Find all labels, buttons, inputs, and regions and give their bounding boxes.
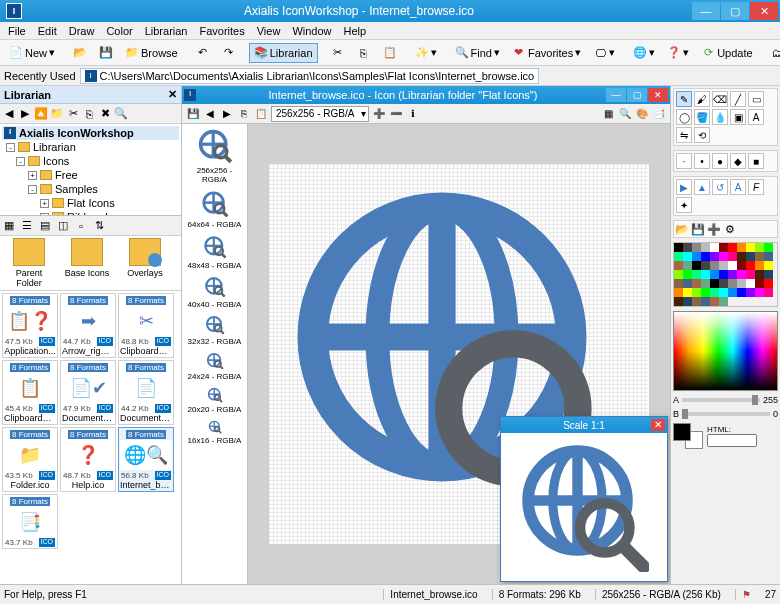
color-swatch[interactable] xyxy=(719,288,728,297)
color-swatch[interactable] xyxy=(719,243,728,252)
librarian-close-icon[interactable]: ✕ xyxy=(168,88,177,101)
doc-save-icon[interactable]: 💾 xyxy=(186,107,200,121)
size-item[interactable]: 32x32 - RGB/A xyxy=(184,315,245,346)
lib-search-icon[interactable]: 🔍 xyxy=(114,107,128,121)
doc-fwd-icon[interactable]: ▶ xyxy=(220,107,234,121)
minimize-button[interactable]: — xyxy=(692,2,720,20)
tree-root[interactable]: I Axialis IconWorkshop xyxy=(2,126,179,140)
color-swatch[interactable] xyxy=(710,279,719,288)
pal-open-icon[interactable]: 📂 xyxy=(675,222,689,236)
menu-favorites[interactable]: Favorites xyxy=(193,25,250,37)
color-swatch[interactable] xyxy=(701,288,710,297)
tree-expand-icon[interactable]: - xyxy=(28,185,37,194)
help-button[interactable]: ❓▾ xyxy=(662,43,694,63)
color-picker[interactable] xyxy=(673,311,778,391)
doc-paste-icon[interactable]: 📋 xyxy=(254,107,268,121)
size-item[interactable]: 16x16 - RGB/A xyxy=(184,420,245,445)
doc-add-icon[interactable]: ➕ xyxy=(372,107,386,121)
lib-up-icon[interactable]: 🔼 xyxy=(34,107,48,121)
color-swatch[interactable] xyxy=(728,252,737,261)
doc-info-icon[interactable]: ℹ xyxy=(406,107,420,121)
size-item[interactable]: 20x20 - RGB/A xyxy=(184,387,245,414)
menu-color[interactable]: Color xyxy=(100,25,138,37)
grid-item[interactable]: 8 Formats 📑 43.7 KbICO xyxy=(2,494,58,549)
color-swatch[interactable] xyxy=(710,252,719,261)
stock-button[interactable]: 🗂Stock Icons xyxy=(766,43,780,63)
tree-expand-icon[interactable]: + xyxy=(40,199,49,208)
color-swatch[interactable] xyxy=(701,297,710,306)
picker-tool[interactable]: 💧 xyxy=(712,109,728,125)
canvas-area[interactable]: Scale 1:1 ✕ xyxy=(248,124,670,584)
new-button[interactable]: 📄New ▾ xyxy=(4,43,60,63)
brush-size-5[interactable]: ■ xyxy=(748,153,764,169)
color-swatch[interactable] xyxy=(737,270,746,279)
color-swatch[interactable] xyxy=(737,288,746,297)
brush-size-2[interactable]: • xyxy=(694,153,710,169)
favorites-button[interactable]: ❤Favorites ▾ xyxy=(507,43,586,63)
color-swatch[interactable] xyxy=(719,261,728,270)
lib-cut-icon[interactable]: ✂ xyxy=(66,107,80,121)
color-swatch[interactable] xyxy=(674,243,683,252)
flip-tool[interactable]: ⇋ xyxy=(676,127,692,143)
eraser-tool[interactable]: ⌫ xyxy=(712,91,728,107)
color-swatch[interactable] xyxy=(764,279,773,288)
color-swatch[interactable] xyxy=(737,279,746,288)
tree-expand-icon[interactable]: - xyxy=(6,143,15,152)
color-swatch[interactable] xyxy=(674,270,683,279)
line-tool[interactable]: ╱ xyxy=(730,91,746,107)
color-swatch[interactable] xyxy=(746,252,755,261)
color-swatch[interactable] xyxy=(764,243,773,252)
color-swatch[interactable] xyxy=(728,270,737,279)
color-swatch[interactable] xyxy=(764,288,773,297)
color-swatch[interactable] xyxy=(692,270,701,279)
color-swatch[interactable] xyxy=(755,243,764,252)
display-button[interactable]: 🖵▾ xyxy=(588,43,620,63)
doc-back-icon[interactable]: ◀ xyxy=(203,107,217,121)
color-swatch[interactable] xyxy=(692,297,701,306)
shelf-parent[interactable]: Parent Folder xyxy=(2,238,56,288)
view-small-icon[interactable]: ▫ xyxy=(74,219,88,233)
grid-item[interactable]: 8 Formats ❓ 48.7 KbICO Help.ico xyxy=(60,427,116,492)
doc-layers-icon[interactable]: 📑 xyxy=(652,107,666,121)
color-swatch[interactable] xyxy=(719,297,728,306)
color-swatch[interactable] xyxy=(719,252,728,261)
grid-item[interactable]: 8 Formats 🌐🔍 56.8 KbICO Internet_bro... xyxy=(118,427,174,492)
color-swatch[interactable] xyxy=(701,261,710,270)
grid-item[interactable]: 8 Formats 📋❓ 47.5 KbICO Application... xyxy=(2,293,58,358)
lib-newfolder-icon[interactable]: 📁 xyxy=(50,107,64,121)
scale-close-button[interactable]: ✕ xyxy=(651,419,665,431)
color-swatch[interactable] xyxy=(719,279,728,288)
paste-button[interactable]: 📋 xyxy=(378,43,402,63)
save-button[interactable]: 💾 xyxy=(94,43,118,63)
color-swatch[interactable] xyxy=(728,243,737,252)
view-sort-icon[interactable]: ⇅ xyxy=(92,219,106,233)
color-swatch[interactable] xyxy=(683,243,692,252)
color-swatch[interactable] xyxy=(683,279,692,288)
shelf-overlays[interactable]: Overlays xyxy=(118,238,172,288)
menu-draw[interactable]: Draw xyxy=(63,25,101,37)
color-swatch[interactable] xyxy=(746,243,755,252)
maximize-button[interactable]: ▢ xyxy=(721,2,749,20)
color-swatch[interactable] xyxy=(683,261,692,270)
size-item[interactable]: 24x24 - RGB/A xyxy=(184,352,245,381)
doc-grid-icon[interactable]: ▦ xyxy=(601,107,615,121)
color-swatch[interactable] xyxy=(764,252,773,261)
fill-tool[interactable]: 🪣 xyxy=(694,109,710,125)
doc-minimize-button[interactable]: — xyxy=(606,88,626,102)
menu-file[interactable]: File xyxy=(2,25,32,37)
doc-palette-icon[interactable]: 🎨 xyxy=(635,107,649,121)
rot-l-tool[interactable]: ↺ xyxy=(712,179,728,195)
color-swatch[interactable] xyxy=(701,270,710,279)
menu-help[interactable]: Help xyxy=(338,25,373,37)
color-swatch[interactable] xyxy=(674,261,683,270)
tree-expand-icon[interactable]: + xyxy=(28,171,37,180)
color-swatch[interactable] xyxy=(755,252,764,261)
cut-button[interactable]: ✂ xyxy=(326,43,350,63)
color-swatch[interactable] xyxy=(755,270,764,279)
rect-tool[interactable]: ▭ xyxy=(748,91,764,107)
color-swatch[interactable] xyxy=(674,297,683,306)
color-swatch[interactable] xyxy=(737,243,746,252)
flip-v-tool[interactable]: ▲ xyxy=(694,179,710,195)
grid-item[interactable]: 8 Formats ➡ 44.7 KbICO Arrow_right... xyxy=(60,293,116,358)
color-swatch[interactable] xyxy=(692,261,701,270)
